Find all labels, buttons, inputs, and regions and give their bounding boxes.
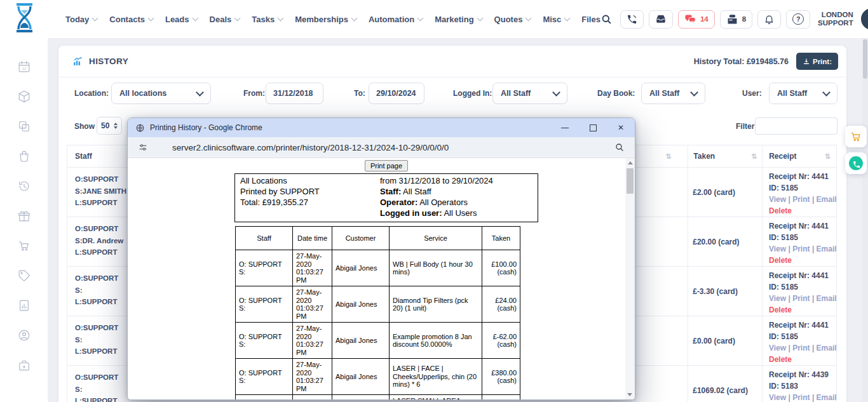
copy-icon[interactable] [17, 119, 31, 133]
register-button[interactable]: 8 [720, 10, 752, 29]
user-select[interactable]: All Staff [769, 83, 837, 104]
email-link[interactable]: Email [817, 245, 837, 253]
close-button[interactable]: ✕ [607, 118, 635, 137]
zoom-icon[interactable] [614, 142, 625, 152]
print-page-button[interactable]: Print page [365, 160, 408, 171]
view-link[interactable]: View [769, 344, 786, 352]
print-link[interactable]: Print [792, 245, 810, 253]
view-link[interactable]: View [769, 245, 786, 253]
receipt-cell: Receipt Nr: 4441 ID: 5185 View | Print |… [762, 316, 836, 365]
summary-total: Total: £919,355.27 [240, 197, 320, 208]
popup-scrollbar-thumb[interactable] [627, 168, 634, 194]
inbox-button[interactable] [649, 10, 673, 29]
receipt-id: ID: 5185 [769, 232, 836, 243]
delete-link[interactable]: Delete [769, 206, 792, 215]
floating-phone-button[interactable] [845, 152, 867, 174]
site-settings-icon[interactable] [138, 142, 148, 152]
day-book-select[interactable]: All Staff [641, 83, 705, 104]
avatar[interactable] [861, 8, 868, 30]
col-taken-header[interactable]: Taken⇅ [688, 145, 762, 167]
popup-scrollbar[interactable] [625, 158, 635, 399]
nav-today[interactable]: Today [65, 15, 97, 24]
package-icon[interactable] [17, 90, 31, 104]
nav-memberships-label: Memberships [295, 15, 348, 24]
nav-misc[interactable]: Misc [543, 15, 569, 24]
brand-logo[interactable] [13, 3, 36, 36]
summary-operator: All Operators [417, 198, 468, 207]
help-button[interactable]: ? [786, 10, 810, 29]
chevron-down-icon [564, 15, 571, 21]
print-link[interactable]: Print [792, 195, 810, 204]
receipt-number: Receipt Nr: 4439 [769, 369, 836, 380]
delete-link[interactable]: Delete [769, 305, 792, 314]
nav-tasks[interactable]: Tasks [252, 15, 283, 24]
sidebar: 12 [0, 38, 48, 402]
sort-icon[interactable]: ⇅ [665, 152, 671, 161]
delete-link[interactable]: Delete [769, 256, 792, 265]
email-link[interactable]: Email [817, 294, 837, 303]
shopping-bag-icon[interactable] [17, 149, 31, 163]
nav-contacts[interactable]: Contacts [109, 15, 153, 24]
nav-memberships[interactable]: Memberships [295, 15, 356, 24]
chat-count-badge: 14 [700, 15, 709, 23]
nav-marketing-label: Marketing [435, 15, 473, 24]
document-summary-box: All Locations Printed by SUPPORT Total: … [234, 173, 538, 222]
show-entries-select[interactable]: 50 [97, 117, 122, 135]
sort-icon[interactable]: ⇅ [825, 152, 831, 161]
print-row: O: SUPPORT S:27-May-2020 01:03:27 PMAbig… [236, 323, 520, 359]
url-text[interactable]: server2.clinicsoftware.com/printer/histo… [172, 143, 449, 152]
nav-files[interactable]: Files [581, 15, 600, 24]
chevron-down-icon [690, 88, 698, 97]
delete-link[interactable]: Delete [769, 355, 792, 364]
page-scrollbar[interactable] [862, 38, 868, 402]
filter-input[interactable] [755, 117, 837, 135]
account-circle-icon[interactable] [17, 328, 31, 342]
account-name: LONDON SUPPORT [818, 11, 853, 27]
to-date-input[interactable] [369, 83, 424, 104]
gift-icon[interactable] [17, 209, 31, 223]
from-date-input[interactable] [266, 83, 323, 104]
view-link[interactable]: View [769, 195, 786, 204]
cart-icon[interactable] [17, 239, 31, 253]
page-scrollbar-thumb[interactable] [863, 39, 867, 79]
briefcase-icon[interactable] [17, 358, 31, 372]
floating-cart-button[interactable] [845, 126, 867, 147]
report-icon[interactable] [17, 298, 31, 312]
calendar-icon[interactable]: 12 [17, 60, 31, 74]
email-link[interactable]: Email [817, 344, 837, 352]
person-icon [865, 13, 868, 25]
minimize-button[interactable]: — [551, 118, 579, 137]
history-icon[interactable] [17, 179, 31, 193]
tag-icon[interactable] [17, 269, 31, 283]
help-icon: ? [792, 13, 804, 25]
view-link[interactable]: View [769, 294, 786, 303]
sort-icon[interactable]: ⇅ [751, 152, 757, 161]
print-link[interactable]: Print [792, 294, 810, 303]
email-link[interactable]: Email [817, 195, 837, 204]
print-link[interactable]: Print [792, 393, 810, 402]
print-row: O: SUPPORT27-May-2020Abigail JonesLASER … [236, 395, 520, 401]
view-link[interactable]: View [769, 393, 786, 402]
popup-title-bar[interactable]: Printing History - Google Chrome — ✕ [128, 118, 635, 137]
col-receipt-header[interactable]: Receipt⇅ [762, 145, 836, 167]
scroll-down-icon[interactable] [627, 393, 632, 396]
location-label: Location: [74, 89, 109, 98]
nav-deals[interactable]: Deals [210, 15, 240, 24]
scroll-up-icon[interactable] [628, 161, 633, 164]
nav-quotes[interactable]: Quotes [494, 15, 531, 24]
nav-leads[interactable]: Leads [165, 15, 198, 24]
phone-button[interactable] [620, 10, 644, 29]
search-icon[interactable] [600, 13, 613, 25]
maximize-button[interactable] [579, 118, 607, 137]
print-link[interactable]: Print [792, 344, 810, 352]
receipt-cell: Receipt Nr: 4439 ID: 5183 View | Print |… [762, 366, 836, 402]
location-select[interactable]: All locations [111, 83, 211, 104]
notifications-button[interactable] [757, 10, 781, 29]
nav-marketing[interactable]: Marketing [435, 15, 482, 24]
nav-automation[interactable]: Automation [369, 15, 423, 24]
chat-button[interactable]: 14 [678, 10, 715, 29]
receipt-id: ID: 5185 [769, 182, 836, 194]
print-button[interactable]: Print: [796, 53, 838, 70]
logged-in-select[interactable]: All Staff [492, 83, 567, 104]
email-link[interactable]: Email [817, 393, 837, 402]
